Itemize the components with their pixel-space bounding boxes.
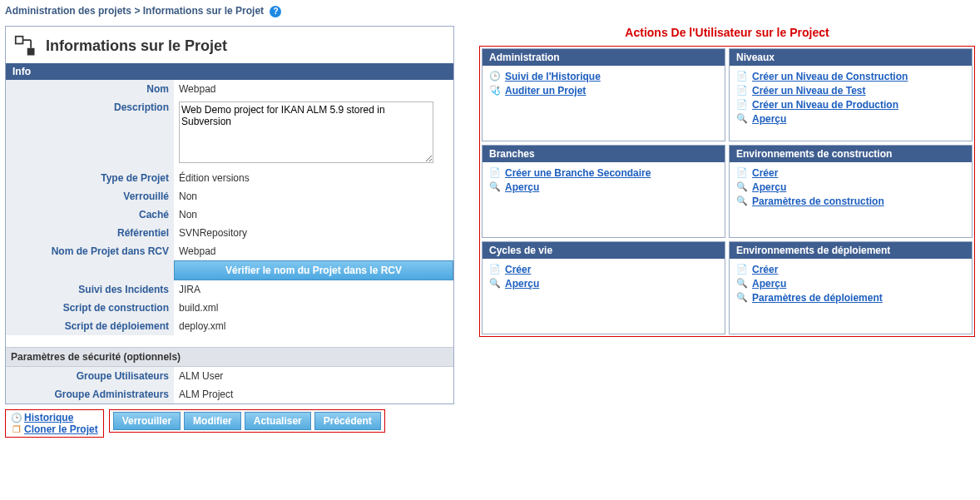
- field-value-issues: JIRA: [174, 280, 453, 299]
- field-value-deployscript: deploy.xml: [174, 317, 453, 335]
- action-link[interactable]: Aperçu: [752, 278, 786, 290]
- card-header-administration: Administration: [483, 49, 725, 66]
- list-item: 🔍Paramètres de construction: [736, 196, 965, 207]
- action-link[interactable]: Aperçu: [505, 181, 539, 193]
- card-list-administration: 🕒Suivi de l'Historique🩺Auditer un Projet: [483, 71, 725, 97]
- field-label-name: Nom: [6, 80, 174, 98]
- action-link[interactable]: Aperçu: [505, 278, 539, 290]
- document-icon: 📄: [736, 71, 748, 82]
- edit-button[interactable]: Modifier: [184, 412, 241, 430]
- audit-icon: 🩺: [489, 85, 501, 97]
- action-link[interactable]: Paramètres de construction: [752, 196, 884, 207]
- list-item: 📄Créer une Branche Secondaire: [489, 167, 718, 179]
- refresh-button[interactable]: Actualiser: [245, 412, 311, 430]
- clone-project-link[interactable]: Cloner le Projet: [24, 423, 98, 435]
- field-label-issues: Suivi des Incidents: [6, 280, 174, 299]
- list-item: 🔍Aperçu: [736, 278, 965, 290]
- card-header-branches: Branches: [483, 146, 725, 162]
- field-label-usergroup: Groupe Utilisateurs: [6, 366, 174, 385]
- back-button[interactable]: Précédent: [314, 412, 381, 430]
- help-icon[interactable]: ?: [270, 6, 281, 17]
- action-link[interactable]: Créer: [752, 264, 778, 275]
- svg-rect-0: [16, 37, 23, 44]
- svg-rect-1: [27, 48, 35, 56]
- clone-icon: ❐: [11, 424, 22, 435]
- list-item: 📄Créer: [489, 264, 718, 275]
- action-link[interactable]: Créer un Niveau de Production: [752, 99, 898, 111]
- field-value-name: Webpad: [174, 80, 453, 98]
- card-list-lifecycles: 📄Créer🔍Aperçu: [483, 264, 725, 290]
- list-item: 📄Créer: [736, 264, 965, 275]
- action-link[interactable]: Créer un Niveau de Construction: [752, 71, 908, 82]
- list-item: 🔍Paramètres de déploiement: [736, 292, 965, 304]
- breadcrumb: Administration des projets > Information…: [5, 5, 975, 17]
- magnifier-icon: 🔍: [736, 278, 748, 290]
- action-link[interactable]: Auditer un Projet: [505, 85, 586, 97]
- list-item: 📄Créer un Niveau de Construction: [736, 71, 965, 82]
- card-header-buildenv: Environnements de construction: [730, 146, 972, 162]
- magnifier-icon: 🔍: [736, 292, 748, 304]
- card-header-lifecycles: Cycles de vie: [483, 242, 725, 259]
- document-icon: 📄: [736, 167, 748, 179]
- list-item: 🔍Aperçu: [489, 278, 718, 290]
- list-item: 🔍Aperçu: [736, 113, 965, 125]
- right-title: Actions De l'Utilisateur sur le Project: [479, 26, 975, 39]
- field-label-deployscript: Script de déploiement: [6, 317, 174, 335]
- info-section-header: Info: [6, 63, 453, 80]
- history-icon: 🕒: [489, 71, 501, 82]
- list-item: 📄Créer un Niveau de Test: [736, 85, 965, 97]
- action-link[interactable]: Suivi de l'Historique: [505, 71, 601, 82]
- list-item: 📄Créer: [736, 167, 965, 179]
- security-section-header: Paramètres de sécurité (optionnels): [6, 347, 453, 366]
- button-row: Verrouiller Modifier Actualiser Précéden…: [109, 409, 385, 433]
- document-icon: 📄: [736, 99, 748, 111]
- description-textarea[interactable]: [179, 101, 433, 163]
- action-link[interactable]: Créer: [505, 264, 531, 275]
- field-label-buildscript: Script de construction: [6, 299, 174, 317]
- card-list-levels: 📄Créer un Niveau de Construction📄Créer u…: [730, 71, 972, 125]
- action-link[interactable]: Aperçu: [752, 113, 786, 125]
- actions-box: Administration🕒Suivi de l'Historique🩺Aud…: [479, 46, 975, 337]
- field-label-repo: Référentiel: [6, 224, 174, 242]
- magnifier-icon: 🔍: [489, 181, 501, 193]
- action-link[interactable]: Paramètres de déploiement: [752, 292, 883, 304]
- lock-button[interactable]: Verrouiller: [113, 412, 181, 430]
- card-header-levels: Niveaux: [730, 49, 972, 66]
- list-item: 🔍Aperçu: [489, 181, 718, 193]
- field-label-description: Description: [6, 98, 174, 169]
- history-link[interactable]: Historique: [24, 412, 73, 423]
- field-value-type: Édition versions: [174, 169, 453, 187]
- history-icon: 🕒: [11, 413, 22, 423]
- action-link[interactable]: Créer un Niveau de Test: [752, 85, 866, 97]
- document-icon: 📄: [736, 85, 748, 97]
- list-item: 🕒Suivi de l'Historique: [489, 71, 718, 82]
- card-branches: Branches📄Créer une Branche Secondaire🔍Ap…: [482, 145, 725, 238]
- card-levels: Niveaux📄Créer un Niveau de Construction📄…: [729, 48, 973, 141]
- project-info-panel: Informations sur le Projet Info Nom Webp…: [5, 26, 454, 404]
- field-label-type: Type de Projet: [6, 169, 174, 187]
- verify-rcv-button[interactable]: Vérifier le nom du Projet dans le RCV: [174, 260, 453, 280]
- list-item: 📄Créer un Niveau de Production: [736, 99, 965, 111]
- field-label-hidden: Caché: [6, 205, 174, 224]
- magnifier-icon: 🔍: [489, 278, 501, 290]
- action-link[interactable]: Aperçu: [752, 181, 786, 193]
- field-label-rcvname: Nom de Projet dans RCV: [6, 242, 174, 260]
- field-value-admingroup: ALM Project: [174, 385, 453, 403]
- card-list-branches: 📄Créer une Branche Secondaire🔍Aperçu: [483, 167, 725, 193]
- action-link[interactable]: Créer une Branche Secondaire: [505, 167, 651, 179]
- magnifier-icon: 🔍: [736, 196, 748, 207]
- project-icon: [14, 35, 37, 58]
- card-list-buildenv: 📄Créer🔍Aperçu🔍Paramètres de construction: [730, 167, 972, 207]
- field-value-usergroup: ALM User: [174, 366, 453, 385]
- breadcrumb-sep: >: [134, 5, 140, 17]
- card-list-deployenv: 📄Créer🔍Aperçu🔍Paramètres de déploiement: [730, 264, 972, 304]
- action-link[interactable]: Créer: [752, 167, 778, 179]
- card-buildenv: Environnements de construction📄Créer🔍Ape…: [729, 145, 973, 238]
- card-administration: Administration🕒Suivi de l'Historique🩺Aud…: [482, 48, 725, 141]
- panel-title: Informations sur le Projet: [46, 37, 227, 55]
- card-deployenv: Environnements de déploiement📄Créer🔍Aper…: [729, 241, 973, 334]
- breadcrumb-root[interactable]: Administration des projets: [5, 5, 131, 17]
- field-value-repo: SVNRepository: [174, 224, 453, 242]
- document-icon: 📄: [489, 264, 501, 275]
- bottom-links-box: 🕒Historique ❐Cloner le Projet: [5, 409, 104, 438]
